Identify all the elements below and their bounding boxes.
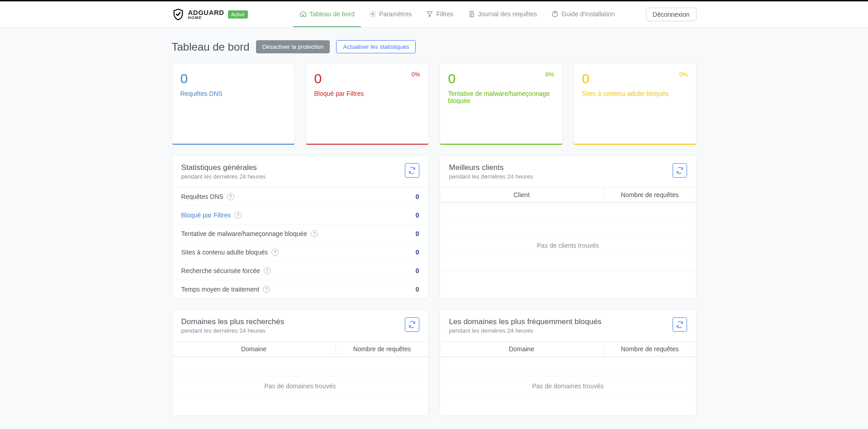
nav-label: Tableau de bord [309,10,355,18]
header: ADGUARD HOME Activé Tableau de bord Para… [0,1,868,28]
status-badge: Activé [228,10,248,19]
refresh-icon [676,167,683,174]
nav-label: Journal des requêtes [478,10,537,18]
home-icon [299,10,307,18]
panel-top-clients: Meilleurs clients pendant les dernières … [440,156,697,299]
panel-general-stats: Statistiques générales pendant les derni… [172,156,429,299]
panel-title: Les domaines les plus fréquemment bloqué… [449,317,602,326]
stat-row-avgtime: Temps moyen de traitement? 0 [172,280,428,298]
stat-value: 0 [582,72,688,85]
col-client: Client [440,188,604,202]
help-icon[interactable]: ? [227,193,234,200]
col-domain: Domaine [172,342,336,356]
table-header: Client Nombre de requêtes [440,187,696,203]
brand-sub: HOME [188,16,224,20]
stat-value: 0 [448,72,554,85]
empty-message: Pas de domaines trouvés [172,357,428,415]
help-icon[interactable]: ? [263,286,270,293]
nav-filters[interactable]: Filtres [420,1,460,27]
brand-name: ADGUARD [188,9,224,16]
empty-message: Pas de domaines trouvés [440,357,696,415]
shield-icon [172,8,185,21]
page-title: Tableau de bord [172,41,250,53]
table-body: Pas de domaines trouvés [440,357,696,415]
gear-icon [369,10,376,18]
panel-top-queried: Domaines les plus recherchés pendant les… [172,310,429,416]
row-label: Tentative de malware/hameçonnage bloquée [181,230,308,237]
row-value: 0 [416,230,419,237]
page-header: Tableau de bord Désactiver la protection… [172,40,697,53]
table-header: Domaine Nombre de requêtes [172,341,428,357]
refresh-button[interactable] [405,163,419,178]
card-malware-blocked: 0% 0 Tentative de malware/hameçonnage bl… [440,63,563,145]
panel-title: Statistiques générales [181,163,266,172]
card-blocked-filters: 0% 0 Bloqué par Filtres [306,63,429,145]
table-body: Pas de domaines trouvés [172,357,428,415]
row-label: Temps moyen de traitement [181,286,260,293]
stat-row-dns: Requêtes DNS? 0 [172,188,428,206]
stat-label-link[interactable]: Requêtes DNS [180,90,286,97]
nav-settings[interactable]: Paramètres [363,1,418,27]
stat-cards: 0 Requêtes DNS 0% 0 Bloqué par Filtres 0… [172,63,697,145]
row-label: Requêtes DNS [181,193,223,200]
nav-querylog[interactable]: Journal des requêtes [462,1,544,27]
stat-value: 0 [314,72,420,85]
stat-percent: 0% [412,71,420,78]
stat-label-link[interactable]: Sites à contenu adulte bloqués [582,90,688,97]
stat-row-adult: Sites à contenu adulte bloqués? 0 [172,243,428,262]
row-value: 0 [416,212,419,219]
col-requests: Nombre de requêtes [604,188,696,202]
row-value: 0 [416,286,419,293]
main-nav: Tableau de bord Paramètres Filtres Journ… [293,1,621,27]
panel-top-blocked: Les domaines les plus fréquemment bloqué… [440,310,697,416]
row-value: 0 [416,267,419,274]
row-label: Sites à contenu adulte bloqués [181,249,268,256]
disable-protection-button[interactable]: Désactiver la protection [256,40,330,53]
panel-subtitle: pendant les dernières 24 heures [181,327,285,334]
col-domain: Domaine [440,342,604,356]
refresh-icon [676,321,683,328]
logo[interactable]: ADGUARD HOME Activé [172,8,248,21]
nav-label: Paramètres [379,10,412,18]
stat-value: 0 [180,72,286,85]
row-label-link[interactable]: Bloqué par Filtres [181,212,231,219]
stat-label-link[interactable]: Bloqué par Filtres [314,90,420,97]
panel-subtitle: pendant les dernières 24 heures [449,173,533,180]
col-requests: Nombre de requêtes [604,342,696,356]
stat-percent: 0% [679,71,688,78]
refresh-button[interactable] [405,317,419,332]
refresh-icon [408,321,416,328]
refresh-button[interactable] [673,317,687,332]
table-body: Pas de clients trouvés [440,203,696,288]
stat-label-link[interactable]: Tentative de malware/hameçonnage bloquée [448,90,554,104]
panel-subtitle: pendant les dernières 24 heures [181,173,266,180]
refresh-stats-button[interactable]: Actualiser les statistiques [336,40,416,53]
document-icon [468,10,475,18]
panel-subtitle: pendant les dernières 24 heures [449,327,602,334]
nav-guide[interactable]: Guide d'installation [545,1,621,27]
panel-title: Domaines les plus recherchés [181,317,285,326]
stat-row-blocked: Bloqué par Filtres? 0 [172,206,428,225]
svg-point-0 [372,13,374,15]
nav-label: Filtres [436,10,453,18]
help-icon[interactable]: ? [271,249,279,256]
table-header: Domaine Nombre de requêtes [440,341,696,357]
card-adult-blocked: 0% 0 Sites à contenu adulte bloqués [574,63,697,145]
row-value: 0 [416,249,419,256]
stat-row-malware: Tentative de malware/hameçonnage bloquée… [172,225,428,243]
panel-title: Meilleurs clients [449,163,533,172]
nav-dashboard[interactable]: Tableau de bord [293,1,361,27]
stat-percent: 0% [545,71,554,78]
logout-button[interactable]: Déconnexion [646,8,697,21]
help-icon[interactable]: ? [311,230,318,237]
stat-row-safesearch: Recherche sécurisée forcée? 0 [172,262,428,280]
help-icon[interactable]: ? [264,267,271,274]
filter-icon [426,10,433,18]
refresh-icon [408,167,416,174]
row-label: Recherche sécurisée forcée [181,267,260,274]
row-value: 0 [416,193,419,200]
help-icon[interactable]: ? [234,212,242,219]
card-dns-queries: 0 Requêtes DNS [172,63,295,145]
refresh-button[interactable] [673,163,687,178]
help-icon [551,10,559,18]
